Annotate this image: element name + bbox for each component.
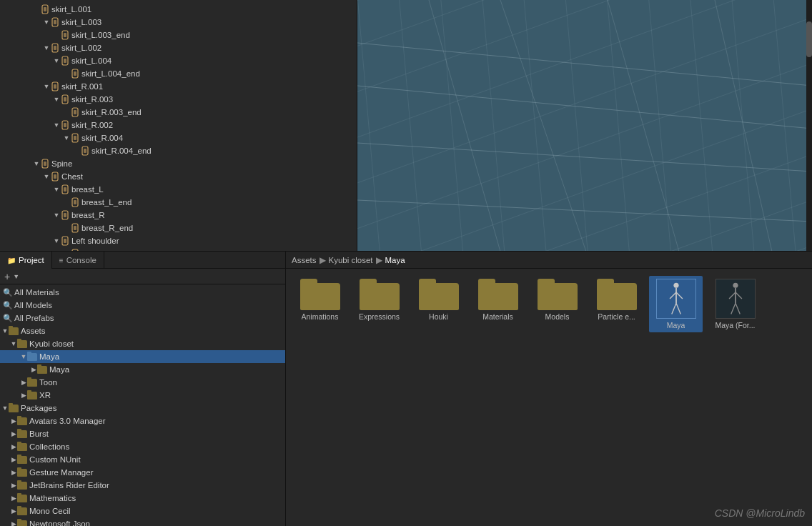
breadcrumb-assets[interactable]: Assets	[292, 256, 317, 264]
bone-icon-breast_L_end	[70, 197, 80, 207]
pkg-arrow[interactable]: ▶	[10, 469, 17, 476]
proj-pkg-newtonsoft-json[interactable]: ▶ Newtonsoft Json	[0, 517, 285, 526]
svg-rect-37	[64, 239, 66, 243]
tree-arrow-skirt_L_004[interactable]: ▼	[53, 57, 60, 64]
tree-arrow-skirt_R_002[interactable]: ▼	[53, 121, 60, 129]
hierarchy-content[interactable]: skirt_L.001▼ skirt_L.003 skirt_L.003_end…	[0, 3, 357, 251]
proj-assets-folder[interactable]: ▼ Assets	[0, 324, 285, 337]
proj-packages-arrow[interactable]: ▼	[1, 405, 9, 412]
breadcrumb-kyubi[interactable]: Kyubi closet	[329, 256, 373, 264]
hierarchy-item-skirt_L_004_end[interactable]: skirt_L.004_end	[0, 67, 357, 80]
pkg-arrow[interactable]: ▶	[10, 430, 17, 437]
proj-kyubi-folder[interactable]: ▼ Kyubi closet	[0, 337, 285, 350]
asset-item-models[interactable]: Models	[530, 276, 584, 332]
add-button[interactable]: +	[4, 271, 10, 282]
tab-console[interactable]: ≡ Console	[52, 252, 104, 269]
proj-pkg-mathematics[interactable]: ▶ Mathematics	[0, 492, 285, 505]
search-icon-small: 🔍	[3, 314, 14, 323]
proj-pkg-jetbrains-rider-editor[interactable]: ▶ JetBrains Rider Editor	[0, 479, 285, 492]
add-dropdown-arrow[interactable]: ▼	[13, 273, 19, 280]
viewport-scrollbar[interactable]	[806, 0, 812, 251]
proj-toon[interactable]: ▶ Toon	[0, 376, 285, 389]
hierarchy-item-Chest[interactable]: ▼ Chest	[0, 170, 357, 183]
asset-folder-icon	[300, 279, 340, 310]
asset-item-expressions[interactable]: Expressions	[352, 276, 406, 332]
hierarchy-item-breast_L_end[interactable]: breast_L_end	[0, 196, 357, 209]
proj-xr[interactable]: ▶ XR	[0, 389, 285, 402]
hierarchy-item-skirt_L_003_end[interactable]: skirt_L.003_end	[0, 29, 357, 41]
proj-maya-selected[interactable]: ▼ Maya	[0, 350, 285, 363]
tree-arrow-Left_arm[interactable]: ▼	[63, 250, 70, 251]
tabs-bar: 📁 Project ≡ Console	[0, 252, 285, 269]
asset-item-materials[interactable]: Materials	[471, 276, 525, 332]
proj-pkg-mono-cecil[interactable]: ▶ Mono Cecil	[0, 505, 285, 517]
pkg-arrow[interactable]: ▶	[10, 482, 17, 489]
hierarchy-item-skirt_L_001[interactable]: skirt_L.001	[0, 3, 357, 16]
pkg-arrow[interactable]: ▶	[10, 456, 17, 463]
hierarchy-item-skirt_R_003[interactable]: ▼ skirt_R.003	[0, 93, 357, 106]
tree-arrow-skirt_L_002[interactable]: ▼	[43, 44, 50, 51]
proj-pkg-avatars-3.0-manager[interactable]: ▶ Avatars 3.0 Manager	[0, 415, 285, 427]
proj-maya-arrow[interactable]: ▼	[20, 353, 27, 360]
tree-arrow-skirt_R_003[interactable]: ▼	[53, 96, 60, 103]
proj-maya2-arrow[interactable]: ▶	[30, 366, 37, 373]
proj-pkg-collections[interactable]: ▶ Collections	[0, 440, 285, 453]
hierarchy-item-skirt_L_004[interactable]: ▼ skirt_L.004	[0, 54, 357, 67]
proj-xr-arrow[interactable]: ▶	[20, 392, 27, 399]
proj-pkg-custom-nunit[interactable]: ▶ Custom NUnit	[0, 453, 285, 466]
viewport-3d[interactable]	[357, 0, 812, 251]
hierarchy-item-breast_R[interactable]: ▼ breast_R	[0, 209, 357, 222]
hierarchy-item-breast_L[interactable]: ▼ breast_L	[0, 183, 357, 196]
proj-pkg-gesture-manager[interactable]: ▶ Gesture Manager	[0, 466, 285, 479]
search-item-all-materials[interactable]: 🔍 All Materials	[0, 286, 285, 299]
tree-arrow-Chest[interactable]: ▼	[43, 173, 50, 180]
asset-item-houki[interactable]: Houki	[412, 276, 465, 332]
pkg-arrow[interactable]: ▶	[10, 417, 17, 425]
search-item-all-models[interactable]: 🔍 All Models	[0, 299, 285, 312]
hierarchy-item-breast_R_end[interactable]: breast_R_end	[0, 222, 357, 234]
assets-scroll-area[interactable]: Animations Expressions Houki Materials	[286, 269, 812, 526]
tree-arrow-skirt_L_003[interactable]: ▼	[43, 19, 50, 26]
search-item-all-prefabs[interactable]: 🔍 All Prefabs	[0, 312, 285, 324]
hierarchy-item-skirt_L_003[interactable]: ▼ skirt_L.003	[0, 16, 357, 29]
hierarchy-item-skirt_R_001[interactable]: ▼ skirt_R.001	[0, 80, 357, 93]
tree-arrow-Spine[interactable]: ▼	[33, 160, 40, 167]
hierarchy-item-skirt_R_003_end[interactable]: skirt_R.003_end	[0, 106, 357, 119]
bone-icon-skirt_R_004_end	[80, 146, 90, 156]
search-item-label: All Models	[14, 301, 52, 309]
asset-folder-icon	[597, 279, 637, 310]
asset-item-maya[interactable]: Maya	[649, 276, 703, 332]
hierarchy-item-skirt_R_002[interactable]: ▼ skirt_R.002	[0, 119, 357, 132]
tree-arrow-breast_L[interactable]: ▼	[53, 186, 60, 193]
proj-kyubi-arrow[interactable]: ▼	[10, 340, 17, 347]
asset-item-maya-(for---[interactable]: Maya (For...	[708, 276, 762, 332]
proj-maya2[interactable]: ▶ Maya	[0, 363, 285, 376]
tree-arrow-skirt_R_004[interactable]: ▼	[63, 134, 70, 142]
svg-rect-33	[64, 213, 66, 217]
hierarchy-item-skirt_R_004_end[interactable]: skirt_R.004_end	[0, 144, 357, 157]
hierarchy-item-Left_shoulder[interactable]: ▼ Left shoulder	[0, 234, 357, 247]
tab-project[interactable]: 📁 Project	[0, 252, 52, 269]
tree-arrow-breast_R[interactable]: ▼	[53, 212, 60, 219]
pkg-arrow[interactable]: ▶	[10, 443, 17, 450]
tree-arrow-Left_shoulder[interactable]: ▼	[53, 237, 60, 244]
pkg-arrow[interactable]: ▶	[10, 507, 17, 515]
folder-icon	[37, 366, 47, 374]
asset-item-particle-e---[interactable]: Particle e...	[590, 276, 643, 332]
pkg-arrow[interactable]: ▶	[10, 520, 17, 526]
pkg-arrow[interactable]: ▶	[10, 495, 17, 502]
proj-packages-folder[interactable]: ▼ Packages	[0, 402, 285, 415]
tree-arrow-skirt_R_001[interactable]: ▼	[43, 83, 50, 90]
asset-item-animations[interactable]: Animations	[293, 276, 347, 332]
folder-icon	[9, 405, 19, 412]
hierarchy-item-skirt_L_002[interactable]: ▼ skirt_L.002	[0, 41, 357, 54]
proj-pkg-burst[interactable]: ▶ Burst	[0, 427, 285, 440]
proj-toon-arrow[interactable]: ▶	[20, 379, 27, 386]
proj-assets-arrow[interactable]: ▼	[1, 327, 9, 334]
hierarchy-item-skirt_R_004[interactable]: ▼ skirt_R.004	[0, 132, 357, 144]
hierarchy-item-Spine[interactable]: ▼ Spine	[0, 157, 357, 170]
project-tree[interactable]: 🔍 All Materials 🔍 All Models 🔍 All Prefa…	[0, 284, 285, 526]
folder-icon	[17, 340, 27, 348]
breadcrumb-maya[interactable]: Maya	[385, 256, 405, 264]
hierarchy-item-Left_arm[interactable]: ▼ Left arm	[0, 247, 357, 251]
